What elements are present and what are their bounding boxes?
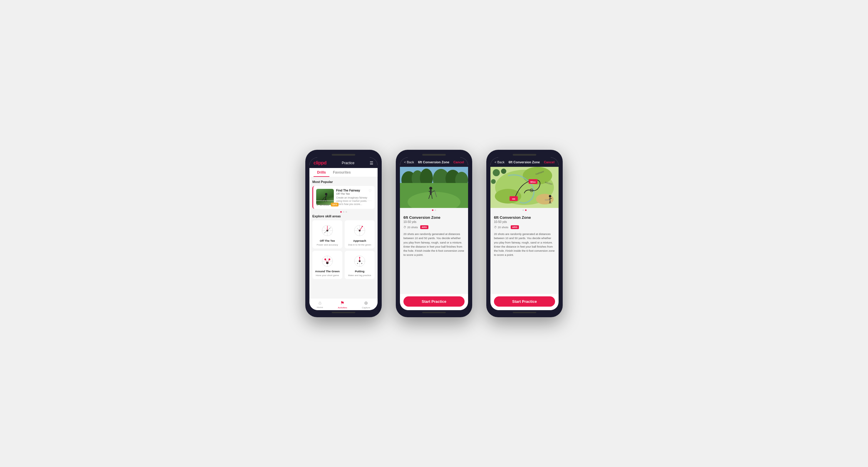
svg-line-6: [322, 198, 324, 200]
drill-tag-ott: OTT: [331, 203, 339, 206]
bottom-nav: ⌂ Home ⚑ Activities ⊕ Capture: [309, 298, 378, 310]
svg-point-23: [362, 226, 363, 227]
skill-desc-atg: Hone your short game: [316, 274, 339, 277]
phone3-clock-icon: ⏱: [494, 226, 497, 229]
phone2-hero-image: [400, 167, 468, 208]
skill-desc-approach: Dial-in to hit the green: [348, 243, 371, 246]
drill-name: Find The Fairway: [336, 189, 372, 192]
svg-point-0: [325, 193, 327, 195]
nav-activities-label: Activities: [338, 306, 347, 309]
screen1-content: Most Popular: [309, 177, 378, 298]
most-popular-title: Most Popular: [312, 180, 375, 184]
svg-line-21: [360, 227, 362, 231]
favourite-icon[interactable]: ♡: [369, 189, 372, 193]
nav-activities[interactable]: ⚑ Activities: [338, 300, 347, 309]
screen1-header-title: Practice: [342, 161, 354, 165]
phone2-back-btn[interactable]: < Back: [404, 160, 414, 164]
svg-point-37: [359, 257, 360, 258]
nav-home[interactable]: ⌂ Home: [317, 300, 323, 309]
skill-off-the-tee[interactable]: Off The Tee Power and accuracy: [312, 220, 342, 248]
phone3-detail-content: 6ft Conversion Zone 10-50 yds ⏱ 20 shots…: [490, 212, 559, 294]
svg-point-77: [531, 190, 532, 191]
phone3-cancel-btn[interactable]: Cancel: [544, 160, 555, 164]
phone3-yardage: 10-50 yds: [494, 220, 555, 224]
skill-name-ott: Off The Tee: [320, 239, 335, 242]
activities-icon: ⚑: [340, 300, 344, 306]
pagination-dots: [312, 211, 375, 213]
phone2-clock-icon: ⏱: [403, 226, 406, 229]
phone2-bottom-space: [400, 309, 468, 310]
svg-text:Miss: Miss: [530, 180, 536, 183]
svg-text:SAND: SAND: [545, 199, 550, 201]
featured-drill-card[interactable]: Find The Fairway Off The Tee Create an i…: [312, 186, 375, 209]
phone-1: clippd Practice ☰ Drills Favourites Most…: [305, 150, 382, 317]
phone3-bottom-space: [490, 309, 559, 310]
svg-point-71: [549, 195, 551, 197]
tab-favourites[interactable]: Favourites: [330, 168, 354, 177]
skill-desc-putting: Make and lag practice: [348, 274, 371, 277]
phone-2-notch: [422, 154, 446, 156]
svg-point-59: [495, 189, 521, 204]
svg-point-39: [361, 263, 362, 264]
phone-3-notch: [513, 154, 536, 156]
phone-1-home-bar: [332, 312, 355, 313]
drill-meta: ⏱ 10 shots OTT: [316, 201, 372, 206]
capture-icon: ⊕: [364, 300, 368, 306]
svg-point-49: [429, 187, 432, 190]
phone3-header-title: 6ft Conversion Zone: [508, 160, 540, 164]
phone3-image-dots: [490, 208, 559, 212]
phone2-dot-2: [435, 209, 436, 211]
phone-2-home-bar: [422, 312, 446, 313]
putting-diagram: [351, 254, 369, 268]
phone3-drill-name: 6ft Conversion Zone: [494, 215, 555, 220]
app-logo: clippd: [313, 160, 327, 166]
tabs-bar: Drills Favourites: [309, 168, 378, 177]
svg-line-2: [324, 197, 326, 198]
around-green-diagram: [318, 254, 336, 268]
svg-point-63: [491, 179, 496, 184]
phone3-map: Hit Miss FAIRWAY ROUGH SAND: [490, 167, 559, 208]
phone2-start-btn[interactable]: Start Practice: [403, 296, 465, 307]
drill-shots: ⏱ 10 shots: [316, 203, 329, 206]
nav-capture[interactable]: ⊕ Capture: [362, 300, 370, 309]
phone2-meta: ⏱ 20 shots ARG: [403, 225, 465, 229]
drill-subtitle: Off The Tee: [336, 192, 372, 195]
phone-3-screen: < Back 6ft Conversion Zone Cancel: [490, 158, 559, 310]
explore-title: Explore skill areas: [312, 214, 375, 218]
skill-desc-ott: Power and accuracy: [317, 243, 338, 246]
phone2-cancel-btn[interactable]: Cancel: [454, 160, 464, 164]
phone3-meta: ⏱ 20 shots ARG: [494, 225, 555, 229]
scene: clippd Practice ☰ Drills Favourites Most…: [288, 132, 580, 335]
skill-around-green[interactable]: Around The Green Hone your short game: [312, 251, 342, 279]
phone-2: < Back 6ft Conversion Zone Cancel: [396, 150, 472, 317]
phone3-dot-2: [525, 209, 527, 211]
phone2-tag: ARG: [420, 225, 428, 229]
skill-name-putting: Putting: [355, 270, 365, 273]
phone3-tag: ARG: [511, 225, 519, 229]
phone2-golf-photo: [400, 167, 468, 208]
tab-drills[interactable]: Drills: [313, 168, 330, 177]
svg-point-38: [357, 263, 358, 264]
phone3-header: < Back 6ft Conversion Zone Cancel: [490, 158, 559, 167]
dot-2: [343, 211, 344, 213]
phone-1-screen: clippd Practice ☰ Drills Favourites Most…: [309, 158, 378, 310]
phone3-dot-1: [522, 209, 524, 211]
phone-3: < Back 6ft Conversion Zone Cancel: [486, 150, 563, 317]
phone-1-notch: [332, 154, 355, 156]
home-icon: ⌂: [318, 300, 321, 305]
svg-line-22: [357, 228, 360, 231]
skill-approach[interactable]: Approach Dial-in to hit the green: [345, 220, 375, 248]
phone2-detail-content: 6ft Conversion Zone 10-50 yds ⏱ 20 shots…: [400, 212, 468, 294]
phone2-drill-name: 6ft Conversion Zone: [403, 215, 465, 220]
menu-icon[interactable]: ☰: [370, 161, 373, 165]
phone3-hero-image: Hit Miss FAIRWAY ROUGH SAND: [490, 167, 559, 208]
svg-point-62: [501, 169, 506, 174]
svg-line-16: [324, 231, 327, 233]
skill-putting[interactable]: Putting Make and lag practice: [345, 251, 375, 279]
phone2-yardage: 10-50 yds: [403, 220, 465, 224]
phone3-shots: ⏱ 20 shots: [494, 226, 508, 229]
nav-home-label: Home: [317, 306, 323, 309]
phone3-description: 20 shots are randomly generated at dista…: [494, 232, 555, 257]
phone3-back-btn[interactable]: < Back: [495, 160, 504, 164]
phone3-start-btn[interactable]: Start Practice: [494, 296, 555, 307]
